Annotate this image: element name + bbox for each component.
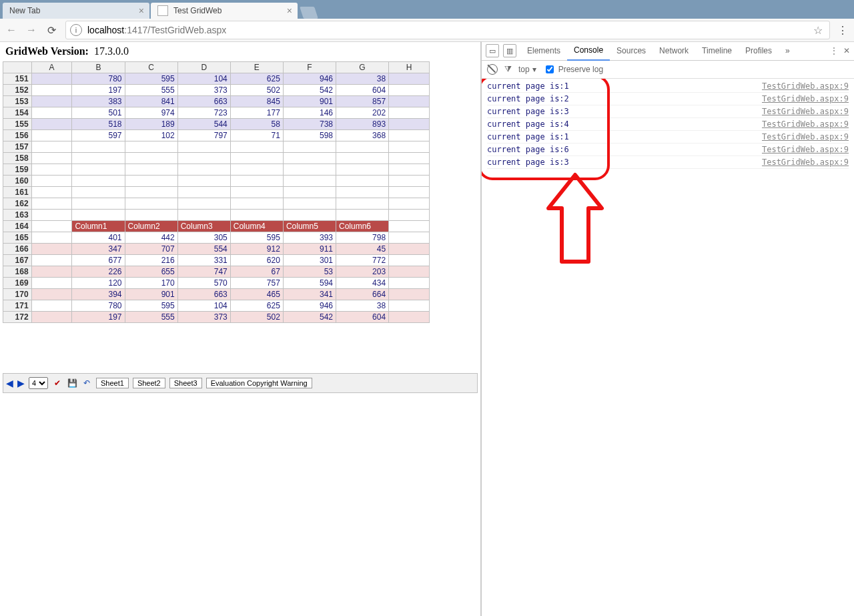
cell[interactable]: 189	[125, 119, 177, 130]
col-head-F[interactable]: F	[283, 62, 336, 73]
console-log-row[interactable]: current page is:3TestGridWeb.aspx:9	[487, 105, 849, 118]
corner-cell[interactable]	[3, 62, 32, 73]
cell[interactable]	[389, 85, 430, 96]
cell[interactable]: 45	[336, 244, 388, 255]
console-log-row[interactable]: current page is:2TestGridWeb.aspx:9	[487, 93, 849, 105]
save-icon[interactable]: 💾	[67, 378, 77, 388]
cell[interactable]: 677	[72, 255, 125, 266]
chrome-menu-button[interactable]: ⋮	[837, 24, 849, 37]
cell[interactable]: 104	[177, 300, 230, 312]
cell[interactable]: 383	[72, 96, 125, 107]
row-head[interactable]: 165	[3, 232, 32, 244]
cell[interactable]: 663	[177, 96, 230, 107]
grid-row[interactable]: 17178059510462594638	[3, 300, 430, 312]
cell[interactable]: 598	[283, 130, 336, 141]
cell[interactable]: 465	[230, 289, 283, 300]
cell[interactable]: 394	[72, 289, 125, 300]
cell[interactable]	[31, 85, 72, 96]
cell[interactable]	[125, 187, 177, 198]
cell[interactable]	[336, 164, 388, 176]
sheet-tab-3[interactable]: Sheet3	[169, 378, 202, 388]
col-head-E[interactable]: E	[230, 62, 283, 73]
cell[interactable]	[31, 255, 72, 266]
preserve-log-toggle[interactable]: Preserve log	[543, 63, 603, 75]
row-head[interactable]: 172	[3, 312, 32, 323]
cell[interactable]	[72, 198, 125, 210]
cell[interactable]: 555	[125, 85, 177, 96]
grid-row[interactable]: 16634770755491291145	[3, 244, 430, 255]
cell[interactable]	[389, 244, 430, 255]
cell[interactable]: 301	[283, 255, 336, 266]
cell[interactable]	[31, 300, 72, 312]
row-head[interactable]: 168	[3, 266, 32, 278]
cell[interactable]: 202	[336, 107, 388, 119]
cell[interactable]: 67	[230, 266, 283, 278]
undo-icon[interactable]: ↶	[81, 378, 92, 388]
cell[interactable]: 738	[283, 119, 336, 130]
console-log-row[interactable]: current page is:6TestGridWeb.aspx:9	[487, 143, 849, 156]
cell[interactable]: 663	[177, 289, 230, 300]
cell[interactable]: 53	[283, 266, 336, 278]
cell[interactable]: 58	[230, 119, 283, 130]
cell[interactable]: 71	[230, 130, 283, 141]
cell[interactable]: 501	[72, 107, 125, 119]
cell[interactable]: 542	[283, 85, 336, 96]
cell[interactable]	[336, 198, 388, 210]
new-tab-button[interactable]	[300, 7, 318, 19]
row-head[interactable]: 160	[3, 176, 32, 187]
cell[interactable]: 502	[230, 85, 283, 96]
cell[interactable]	[31, 153, 72, 164]
cell[interactable]	[31, 289, 72, 300]
cell[interactable]: 120	[72, 278, 125, 289]
cell[interactable]: 723	[177, 107, 230, 119]
grid-row[interactable]: 163	[3, 210, 430, 221]
cell[interactable]: 946	[283, 73, 336, 85]
cell[interactable]	[230, 210, 283, 221]
cell[interactable]	[283, 210, 336, 221]
header-cell[interactable]: Column2	[125, 221, 177, 232]
cell[interactable]: 857	[336, 96, 388, 107]
cell[interactable]	[31, 187, 72, 198]
header-cell[interactable]: Column3	[177, 221, 230, 232]
col-head-G[interactable]: G	[336, 62, 388, 73]
cell[interactable]: 544	[177, 119, 230, 130]
log-source-link[interactable]: TestGridWeb.aspx:9	[762, 132, 849, 141]
grid-row[interactable]: 167677216331620301772	[3, 255, 430, 266]
cell[interactable]	[389, 130, 430, 141]
device-mode-icon[interactable]: ▥	[503, 44, 516, 57]
cell[interactable]: 747	[177, 266, 230, 278]
log-source-link[interactable]: TestGridWeb.aspx:9	[762, 158, 849, 167]
cell[interactable]	[336, 153, 388, 164]
cell[interactable]	[31, 312, 72, 323]
cell[interactable]: 597	[72, 130, 125, 141]
cell[interactable]	[31, 164, 72, 176]
cell[interactable]	[389, 232, 430, 244]
cell[interactable]	[283, 176, 336, 187]
cell[interactable]	[389, 119, 430, 130]
cell[interactable]: 911	[283, 244, 336, 255]
cell[interactable]	[283, 153, 336, 164]
cell[interactable]: 401	[72, 232, 125, 244]
cell[interactable]: 798	[336, 232, 388, 244]
cell[interactable]: 946	[283, 300, 336, 312]
devtools-close-icon[interactable]: ✕	[843, 46, 850, 55]
browser-tab-active[interactable]: Test GridWeb ×	[151, 3, 298, 19]
cell[interactable]: 655	[125, 266, 177, 278]
cell[interactable]	[336, 176, 388, 187]
cell[interactable]	[125, 164, 177, 176]
cell[interactable]: 146	[283, 107, 336, 119]
col-head-D[interactable]: D	[177, 62, 230, 73]
cell[interactable]	[389, 107, 430, 119]
grid-row[interactable]: 162	[3, 198, 430, 210]
grid-row[interactable]: 157	[3, 141, 430, 153]
col-head-A[interactable]: A	[31, 62, 72, 73]
cell[interactable]: 901	[125, 289, 177, 300]
cell[interactable]	[31, 96, 72, 107]
grid-row[interactable]: 160	[3, 176, 430, 187]
grid-row[interactable]: 165401442305595393798	[3, 232, 430, 244]
cell[interactable]	[31, 141, 72, 153]
cell[interactable]: 625	[230, 73, 283, 85]
sheet-tab-1[interactable]: Sheet1	[96, 378, 129, 388]
cell[interactable]	[230, 141, 283, 153]
cell[interactable]	[31, 198, 72, 210]
